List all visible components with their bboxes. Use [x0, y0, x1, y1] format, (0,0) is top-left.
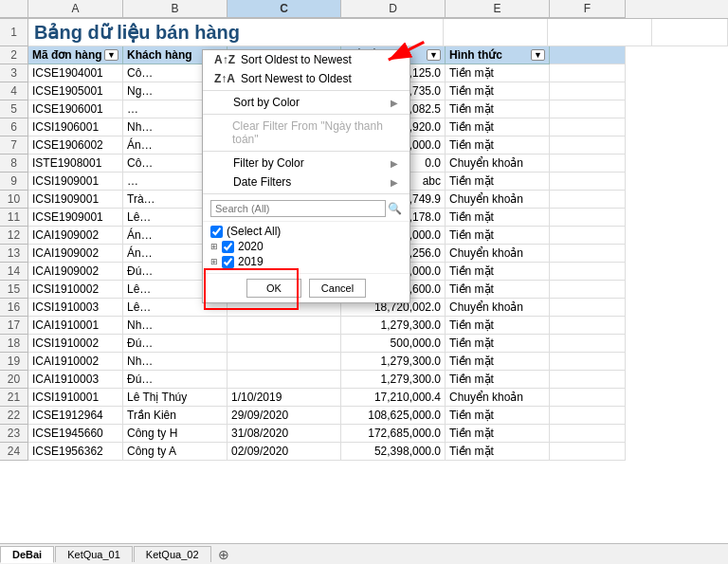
rownum: 7: [0, 136, 28, 155]
col-header-b: B: [123, 0, 228, 18]
cell-a: ICAI1909002: [28, 263, 123, 281]
cell-f: [550, 82, 626, 100]
date-filters-label: Date Filters: [233, 175, 291, 189]
cell-e: Chuyển khoản: [446, 155, 550, 173]
cell-b: Lê Thị Thúy: [123, 389, 228, 407]
table-row: 18 ICSI1910002 Đú… 500,000.0 Tiền mặt: [0, 335, 728, 353]
select-all-item[interactable]: (Select All): [210, 224, 402, 239]
search-icon[interactable]: 🔍: [388, 202, 402, 215]
year-2019-label: 2019: [238, 255, 264, 268]
cell-f: [550, 281, 626, 299]
cell-e: Tiền mặt: [446, 263, 550, 281]
year-2019-checkbox[interactable]: [222, 256, 234, 268]
checkbox-list: (Select All) ⊞ 2020 ⊞ 2019: [203, 222, 410, 273]
header-a[interactable]: Mã đơn hàng ▼: [28, 46, 123, 64]
rownum: 23: [0, 425, 28, 443]
cell-f: [550, 245, 626, 263]
divider-2: [203, 114, 410, 115]
cell-e: Tiền mặt: [446, 317, 550, 335]
cell-a: ICSE1945660: [28, 425, 123, 443]
rownum: 22: [0, 407, 28, 425]
cell-f: [550, 118, 626, 136]
cell-f: [550, 353, 626, 371]
cell-e: Tiền mặt: [446, 407, 550, 425]
rownum: 14: [0, 263, 28, 281]
tab-ketqua01[interactable]: KetQua_01: [55, 546, 133, 562]
cell-a: ICSI1910002: [28, 335, 123, 353]
rownum: 15: [0, 281, 28, 299]
cell-e: Chuyển khoản: [446, 191, 550, 209]
cell-e: Tiền mặt: [446, 335, 550, 353]
cell-b: Nh…: [123, 353, 228, 371]
rownum: 20: [0, 371, 28, 389]
rownum: 16: [0, 299, 28, 317]
rownum-1: 1: [0, 19, 28, 46]
cell-e: Chuyển khoản: [446, 245, 550, 263]
cell-c: [228, 317, 341, 335]
select-all-checkbox[interactable]: [210, 226, 223, 238]
header-e[interactable]: Hình thức ▼: [446, 46, 550, 64]
table-row: 23 ICSE1945660 Công ty H 31/08/2020 172,…: [0, 425, 728, 443]
rownum: 10: [0, 191, 28, 209]
filter-btn-e[interactable]: ▼: [531, 49, 545, 61]
col-header-e: E: [446, 0, 550, 18]
add-sheet-button[interactable]: ⊕: [212, 545, 235, 564]
table-row: 20 ICAI1910003 Đú… 1,279,300.0 Tiền mặt: [0, 371, 728, 389]
clear-filter-item[interactable]: Clear Filter From "Ngày thanh toán": [203, 117, 410, 149]
col-header-c: C: [228, 0, 341, 18]
cell-c: 02/09/2020: [228, 443, 341, 461]
table-row: 22 ICSE1912964 Trần Kiên 29/09/2020 108,…: [0, 407, 728, 425]
divider-1: [203, 90, 410, 91]
cell-a: ICSI1910001: [28, 389, 123, 407]
cell-a: ICSI1910003: [28, 299, 123, 317]
cancel-button[interactable]: Cancel: [309, 279, 366, 298]
cell-f: [550, 191, 626, 209]
cell-c: [228, 353, 341, 371]
cell-a: ICSE1904001: [28, 64, 123, 82]
ok-button[interactable]: OK: [246, 279, 301, 298]
rownum: 8: [0, 155, 28, 173]
cell-f: [550, 335, 626, 353]
cell-e: Tiền mặt: [446, 173, 550, 191]
cell-e: Tiền mặt: [446, 100, 550, 118]
tab-ketqua02[interactable]: KetQua_02: [134, 546, 211, 562]
rownum: 24: [0, 443, 28, 461]
year-2020-row[interactable]: ⊞ 2020: [210, 239, 402, 254]
cell-d: 172,685,000.0: [341, 425, 446, 443]
year-2019-row[interactable]: ⊞ 2019: [210, 254, 402, 269]
cell-b: Trần Kiên: [123, 407, 228, 425]
cell-a: ICSE1906002: [28, 136, 123, 155]
divider-4: [203, 193, 410, 194]
search-input[interactable]: [210, 200, 386, 217]
date-filters-item[interactable]: Date Filters ▶: [203, 173, 410, 191]
cell-d: 500,000.0: [341, 335, 446, 353]
cell-f: [550, 173, 626, 191]
sort-by-color-label: Sort by Color: [233, 96, 300, 109]
cell-a: ICSE1909001: [28, 209, 123, 227]
cell-e: Tiền mặt: [446, 118, 550, 136]
rownum: 21: [0, 389, 28, 407]
year-2020-checkbox[interactable]: [222, 241, 234, 253]
cell-f: [550, 100, 626, 118]
cell-d: 1,279,300.0: [341, 317, 446, 335]
search-box-wrap: 🔍: [203, 196, 410, 222]
rownum: 17: [0, 317, 28, 335]
select-all-label: (Select All): [227, 225, 281, 238]
sort-by-color-item[interactable]: Sort by Color ▶: [203, 93, 410, 112]
rownum: 13: [0, 245, 28, 263]
cell-e: Tiền mặt: [446, 82, 550, 100]
expand-2019-icon[interactable]: ⊞: [210, 257, 218, 266]
filter-btn-a[interactable]: ▼: [104, 49, 118, 61]
cell-a: ISTE1908001: [28, 155, 123, 173]
year-2020-label: 2020: [238, 240, 264, 253]
cell-a: ICAI1909002: [28, 245, 123, 263]
filter-by-color-item[interactable]: Filter by Color ▶: [203, 154, 410, 173]
cell-c: 31/08/2020: [228, 425, 341, 443]
cell-e: Tiền mặt: [446, 425, 550, 443]
cell-a: ICAI1909002: [28, 227, 123, 245]
tab-debai[interactable]: DeBai: [0, 546, 54, 563]
expand-2020-icon[interactable]: ⊞: [210, 242, 218, 251]
cell-e: Tiền mặt: [446, 136, 550, 155]
rownum: 19: [0, 353, 28, 371]
col-header-a: A: [28, 0, 123, 18]
